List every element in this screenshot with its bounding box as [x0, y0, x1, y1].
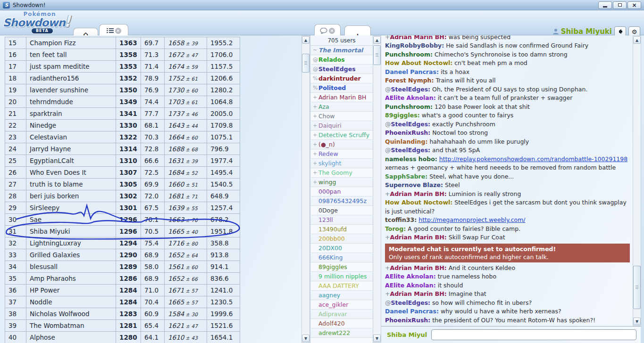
userlist-item[interactable]: + Detective Scruffy: [310, 131, 373, 140]
userlist-item[interactable]: 000pan: [310, 187, 373, 196]
userlist-item[interactable]: @ Relados: [310, 55, 373, 65]
userlist-item[interactable]: + The Goomy: [310, 168, 373, 178]
ladder-rank-cell: 32: [5, 237, 26, 249]
user-rank-symbol: +: [313, 179, 318, 185]
chat-username[interactable]: How About Noctowl:: [385, 59, 452, 66]
chat-scrollbar-thumb[interactable]: [633, 266, 641, 309]
chat-username[interactable]: SteelEdges:: [391, 299, 431, 306]
chat-link[interactable]: http://megamonproject.weebly.com/: [418, 216, 525, 223]
chat-username[interactable]: How About Noctowl:: [385, 199, 452, 206]
chat-username[interactable]: SteelEdges:: [391, 86, 431, 93]
chat-username[interactable]: Quinlanding:: [385, 138, 427, 145]
chat-text: 120 base Power look at that shit: [435, 103, 530, 110]
userlist-item[interactable]: ace_gikler: [310, 300, 373, 310]
tab-ladder-close-icon[interactable]: ×: [115, 28, 121, 34]
close-button[interactable]: ×: [627, 1, 641, 9]
chat-username[interactable]: Punchshroom:: [385, 103, 433, 110]
chat-username[interactable]: PhoenixRush:: [385, 129, 430, 136]
chat-link[interactable]: http://replay.pokemonshowdown.com/random…: [439, 155, 627, 163]
userlist-item[interactable]: + (●_n): [310, 140, 373, 149]
chat-username[interactable]: Adrian Marin BH:: [390, 290, 446, 297]
chat-username[interactable]: PhoenixRush:: [385, 317, 430, 324]
ladder-lastplayed-cell: 796.9: [207, 143, 240, 155]
chat-username[interactable]: SteelEdges:: [391, 121, 431, 128]
chat-username[interactable]: Adrian Marin BH:: [390, 264, 446, 271]
userlist-item[interactable]: % Politoed: [310, 83, 373, 93]
chat-username[interactable]: SteelEdges:: [391, 147, 431, 154]
chat-username[interactable]: Daneel Pancras:: [385, 68, 439, 75]
userlist-item[interactable]: ~ The Immortal: [310, 46, 373, 55]
ladder-winpct-cell: 77.7: [141, 108, 165, 120]
userlist-item[interactable]: Adolf420: [310, 319, 373, 328]
user-rank-symbol: +: [313, 160, 318, 166]
userlist-item[interactable]: 0Doge: [310, 206, 373, 215]
userlist-scroll-up-icon[interactable]: ▲: [373, 36, 381, 44]
ladder-scrollbar[interactable]: ▲ ▼: [301, 35, 310, 343]
chat-message: SapphSabre: Steel, what have you done...: [385, 172, 630, 181]
tab-lobby-close-icon[interactable]: ×: [329, 28, 335, 34]
ladder-rank-cell: 18: [5, 73, 26, 84]
userlist-item[interactable]: 89giggles: [310, 262, 373, 272]
chat-username[interactable]: 89giggles:: [385, 112, 420, 119]
userlist-item[interactable]: Adipravar: [310, 310, 373, 319]
chat-username[interactable]: AElite Aknolan:: [385, 273, 436, 280]
chat-username[interactable]: Punchshroom:: [385, 51, 433, 58]
ladder-winpct-cell: 74.4: [141, 96, 165, 108]
userlist-item[interactable]: + Aza: [310, 102, 373, 112]
chat-username[interactable]: AElite Aknolan:: [385, 282, 436, 289]
user-rank-symbol: +: [313, 122, 318, 129]
minimize-button[interactable]: [598, 1, 612, 9]
userlist-item[interactable]: 9 million nipples: [310, 272, 373, 281]
chat-username[interactable]: tcoffin33:: [385, 216, 417, 223]
userlist-item[interactable]: + Adrian Marin BH: [310, 93, 373, 102]
chat-scrollbar[interactable]: ▲ ▼: [633, 35, 641, 326]
userlist-item[interactable]: + Chow: [310, 112, 373, 121]
userlist-item[interactable]: 666King: [310, 253, 373, 262]
username-button[interactable]: Shiba Miyuki: [552, 27, 612, 36]
chat-message: AElite Aknolan: it can't be a team full …: [385, 94, 630, 103]
chat-username[interactable]: Adrian Marin BH:: [390, 35, 446, 41]
userlist-item[interactable]: aagney: [310, 291, 373, 300]
userlist-item[interactable]: 123ll: [310, 215, 373, 225]
chat-username[interactable]: Forest Nymph:: [385, 77, 434, 84]
chat-username[interactable]: nameless hobo:: [385, 155, 437, 163]
userlist-item[interactable]: @ SteelEdges: [310, 65, 373, 74]
userlist-item[interactable]: % darkintruder: [310, 74, 373, 83]
ladder-scrollbar-thumb[interactable]: [302, 54, 309, 73]
chat-username[interactable]: Adrian Marin BH:: [390, 234, 446, 241]
userlist-item[interactable]: + wingg: [310, 178, 373, 187]
ladder-lastplayed-cell: 1230.5: [207, 296, 240, 308]
userlist-item[interactable]: + skylight: [310, 159, 373, 168]
chat-scroll-up-icon[interactable]: ▲: [633, 36, 641, 44]
chat-text: Chimecho's Synchronoise is too damn stro…: [435, 51, 568, 58]
ladder-scroll-up-icon[interactable]: ▲: [302, 36, 309, 44]
chat-username[interactable]: Supernove Blaze:: [385, 181, 443, 188]
userlist-item[interactable]: 20DX00: [310, 244, 373, 253]
ladder-rating-cell: 1284: [116, 285, 141, 296]
userlist-item[interactable]: + Redew: [310, 149, 373, 159]
userlist-item[interactable]: + Daiquiri: [310, 121, 373, 131]
chat-input-username-label: Shiba Miyul: [387, 331, 427, 338]
chat-scroll-down-icon[interactable]: ▼: [633, 318, 641, 325]
restore-button[interactable]: [613, 1, 627, 9]
userlist-scrollbar-thumb[interactable]: [373, 45, 381, 65]
userlist-scroll-down-icon[interactable]: ▼: [373, 335, 381, 342]
userlist-scrollbar[interactable]: ▲ ▼: [373, 35, 381, 343]
chat-username[interactable]: SapphSabre:: [385, 173, 427, 180]
chat-username[interactable]: Torog:: [385, 225, 406, 232]
ladder-scroll-down-icon[interactable]: ▼: [302, 335, 309, 342]
userlist-item[interactable]: 13490ufd: [310, 225, 373, 234]
ladder-rating-cell: 1314: [116, 143, 141, 155]
chat-username[interactable]: Daneel Pancras:: [385, 308, 439, 315]
chat-username[interactable]: KingRobbyBobby:: [385, 42, 444, 49]
chat-username[interactable]: AElite Aknolan:: [385, 94, 436, 101]
ladder-rank-cell: 26: [5, 167, 26, 179]
userlist-item[interactable]: AAA DATTERY: [310, 281, 373, 291]
chat-username[interactable]: Adrian Marin BH:: [390, 190, 446, 197]
userlist-item[interactable]: 200bb00: [310, 234, 373, 244]
userlist-item[interactable]: adrewt222: [310, 328, 373, 338]
ladder-name-cell: Who Even Does It: [26, 167, 116, 179]
chat-input[interactable]: [431, 329, 636, 340]
userlist-item[interactable]: 098765432495z: [310, 196, 373, 206]
user-name: 20DX00: [318, 245, 342, 252]
